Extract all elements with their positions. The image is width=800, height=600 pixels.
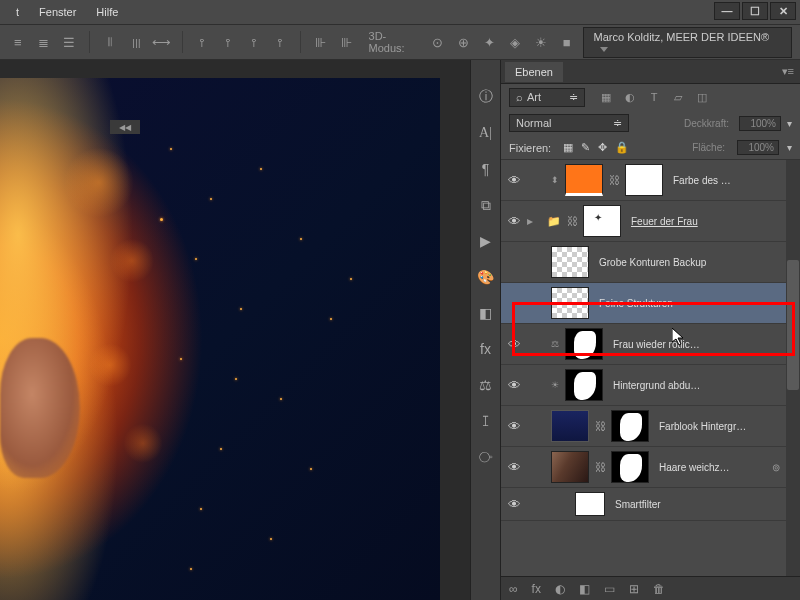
play-icon[interactable]: ▶ bbox=[477, 232, 495, 250]
layer-row[interactable]: 👁 ▸ 📁 ⛓ Feuer der Frau bbox=[501, 201, 800, 242]
layer-name[interactable]: Feine Strukturen bbox=[599, 298, 794, 309]
adjustment-layer-icon[interactable]: ◧ bbox=[579, 582, 590, 596]
mask-thumb[interactable] bbox=[611, 410, 649, 442]
layer-thumb[interactable] bbox=[551, 246, 589, 278]
group-icon[interactable]: ▭ bbox=[604, 582, 615, 596]
opacity-arrow[interactable]: ▾ bbox=[787, 118, 792, 129]
character-icon[interactable]: A| bbox=[477, 124, 495, 142]
3d-icon-6[interactable]: ■ bbox=[557, 32, 577, 52]
menu-hilfe[interactable]: Hilfe bbox=[86, 2, 128, 22]
lock-position-icon[interactable]: ✥ bbox=[598, 141, 607, 154]
filter-type-icon[interactable]: T bbox=[647, 90, 661, 104]
layer-name[interactable]: Farblook Hintergr… bbox=[659, 421, 794, 432]
maximize-button[interactable]: ☐ bbox=[742, 2, 768, 20]
visibility-toggle[interactable]: 👁 bbox=[507, 337, 521, 351]
mask-thumb[interactable] bbox=[565, 369, 603, 401]
panel-menu-icon[interactable]: ▾≡ bbox=[776, 65, 800, 78]
layers-icon[interactable]: ⧉ bbox=[477, 196, 495, 214]
new-layer-icon[interactable]: ⊞ bbox=[629, 582, 639, 596]
opacity-input[interactable]: 100% bbox=[739, 116, 781, 131]
layer-row[interactable]: 👁 ⛓ Haare weichz… ⊚ ▾ bbox=[501, 447, 800, 488]
layer-thumb[interactable] bbox=[551, 287, 589, 319]
visibility-toggle[interactable]: 👁 bbox=[507, 214, 521, 228]
author-display[interactable]: Marco Kolditz, MEER DER IDEEN® bbox=[583, 27, 793, 58]
link-icon[interactable]: ⛓ bbox=[595, 420, 605, 432]
mask-thumb[interactable] bbox=[625, 164, 663, 196]
canvas[interactable] bbox=[0, 78, 440, 600]
dist-v-2[interactable]: ⫯ bbox=[219, 32, 239, 52]
visibility-toggle[interactable]: 👁 bbox=[507, 419, 521, 433]
fill-input[interactable]: 100% bbox=[737, 140, 779, 155]
delete-layer-icon[interactable]: 🗑 bbox=[653, 582, 665, 596]
link-layers-icon[interactable]: ∞ bbox=[509, 582, 518, 596]
layers-scrollbar[interactable] bbox=[786, 160, 800, 576]
dist-v-1[interactable]: ⫯ bbox=[193, 32, 213, 52]
layer-fx-icon[interactable]: fx bbox=[532, 582, 541, 596]
link-icon[interactable]: ⛓ bbox=[567, 215, 577, 227]
dist-h-2[interactable]: ⊪ bbox=[337, 32, 357, 52]
mask-thumb[interactable] bbox=[583, 205, 621, 237]
filter-smart-icon[interactable]: ◫ bbox=[695, 90, 709, 104]
layer-mask-icon[interactable]: ◐ bbox=[555, 582, 565, 596]
layer-name[interactable]: Smartfilter bbox=[615, 499, 794, 510]
visibility-toggle[interactable]: 👁 bbox=[507, 378, 521, 392]
layer-row[interactable]: 👁 ⛓ Farblook Hintergr… bbox=[501, 406, 800, 447]
dist-v-4[interactable]: ⫯ bbox=[270, 32, 290, 52]
fill-arrow[interactable]: ▾ bbox=[787, 142, 792, 153]
lock-pixels-icon[interactable]: ✎ bbox=[581, 141, 590, 154]
filter-pixel-icon[interactable]: ▦ bbox=[599, 90, 613, 104]
3d-icon-1[interactable]: ⊙ bbox=[428, 32, 448, 52]
layer-name[interactable]: Feuer der Frau bbox=[631, 216, 794, 227]
adjustments-icon[interactable]: ◧ bbox=[477, 304, 495, 322]
layer-name[interactable]: Hintergrund abdu… bbox=[613, 380, 794, 391]
paragraph-icon[interactable]: ¶ bbox=[477, 160, 495, 178]
close-button[interactable]: ✕ bbox=[770, 2, 796, 20]
layer-row[interactable]: 👁 ☀ Hintergrund abdu… bbox=[501, 365, 800, 406]
dist-v-3[interactable]: ⫯ bbox=[244, 32, 264, 52]
visibility-toggle[interactable]: 👁 bbox=[507, 296, 521, 310]
filter-adjust-icon[interactable]: ◐ bbox=[623, 90, 637, 104]
mask-thumb[interactable] bbox=[565, 328, 603, 360]
menu-truncated[interactable]: t bbox=[6, 2, 29, 22]
info-icon[interactable]: ⓘ bbox=[477, 88, 495, 106]
3d-icon-3[interactable]: ✦ bbox=[479, 32, 499, 52]
dist-h-1[interactable]: ⊪ bbox=[311, 32, 331, 52]
layer-row[interactable]: 👁 Grobe Konturen Backup bbox=[501, 242, 800, 283]
link-icon[interactable]: ⛓ bbox=[609, 174, 619, 186]
3d-icon-4[interactable]: ◈ bbox=[505, 32, 525, 52]
align-icon[interactable]: ≡ bbox=[8, 32, 28, 52]
align-icon-2[interactable]: ≣ bbox=[34, 32, 54, 52]
3d-icon-5[interactable]: ☀ bbox=[531, 32, 551, 52]
dist-icon-2[interactable]: ⫼ bbox=[126, 32, 146, 52]
visibility-toggle[interactable]: 👁 bbox=[507, 255, 521, 269]
layer-name[interactable]: Grobe Konturen Backup bbox=[599, 257, 794, 268]
3d-icon-2[interactable]: ⊕ bbox=[454, 32, 474, 52]
dist-icon-3[interactable]: ⟷ bbox=[152, 32, 172, 52]
fx-badge[interactable]: ⊚ bbox=[772, 462, 780, 473]
layer-row[interactable]: 👁 Smartfilter bbox=[501, 488, 800, 521]
blend-mode-select[interactable]: Normal≑ bbox=[509, 114, 629, 132]
brush-icon[interactable]: ꕯ bbox=[477, 412, 495, 430]
layer-row[interactable]: 👁 ⬍ ⛓ Farbe des … bbox=[501, 160, 800, 201]
dist-icon-1[interactable]: ⫴ bbox=[100, 32, 120, 52]
link-icon[interactable]: ⛓ bbox=[595, 461, 605, 473]
layer-name[interactable]: Haare weichz… bbox=[659, 462, 766, 473]
layer-name[interactable]: Frau wieder rötlic… bbox=[613, 339, 794, 350]
smartfilter-thumb[interactable] bbox=[575, 492, 605, 516]
clone-icon[interactable]: ⧂ bbox=[477, 448, 495, 466]
mask-thumb[interactable] bbox=[611, 451, 649, 483]
visibility-toggle[interactable]: 👁 bbox=[507, 497, 521, 511]
lock-all-icon[interactable]: 🔒 bbox=[615, 141, 629, 154]
lock-transparency-icon[interactable]: ▦ bbox=[563, 141, 573, 154]
group-expand-icon[interactable]: ▸ bbox=[527, 214, 541, 228]
tab-ebenen[interactable]: Ebenen bbox=[505, 62, 563, 82]
visibility-toggle[interactable]: 👁 bbox=[507, 173, 521, 187]
layer-thumb[interactable] bbox=[551, 410, 589, 442]
layer-thumb[interactable] bbox=[565, 164, 603, 196]
filter-shape-icon[interactable]: ▱ bbox=[671, 90, 685, 104]
layer-row-selected[interactable]: 👁 Feine Strukturen bbox=[501, 283, 800, 324]
layer-row[interactable]: 👁 ⚖ Frau wieder rötlic… bbox=[501, 324, 800, 365]
canvas-area[interactable]: ◀◀ bbox=[0, 60, 470, 600]
visibility-toggle[interactable]: 👁 bbox=[507, 460, 521, 474]
scrollbar-thumb[interactable] bbox=[787, 260, 799, 390]
